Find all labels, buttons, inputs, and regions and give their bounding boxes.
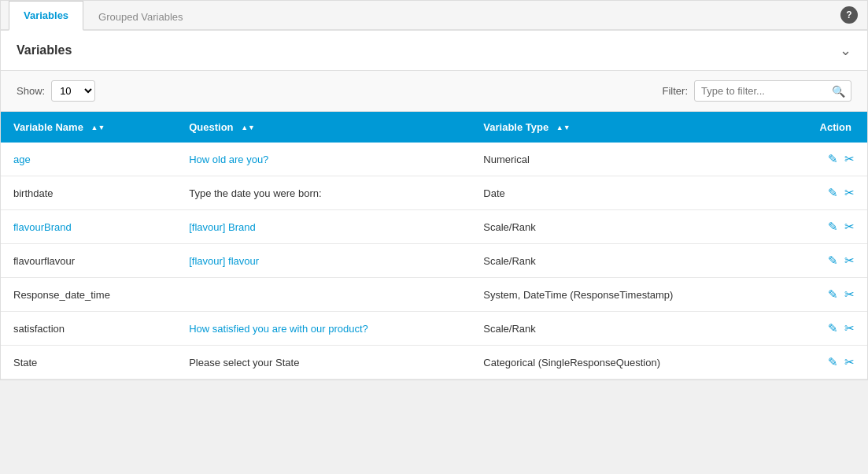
tab-grouped-variables-label: Grouped Variables bbox=[98, 11, 183, 23]
table-row: flavourBrand[flavour] BrandScale/Rank ✎ … bbox=[1, 210, 867, 244]
col-header-variable-name[interactable]: Variable Name ▲▼ bbox=[1, 112, 176, 143]
cell-variable-type: Numerical bbox=[471, 143, 780, 176]
cell-question: Type the date you were born: bbox=[176, 176, 471, 210]
section-collapse-icon[interactable]: ⌄ bbox=[840, 42, 851, 59]
edit-icon[interactable]: ✎ bbox=[828, 254, 838, 268]
delete-icon[interactable]: ✂ bbox=[844, 355, 855, 369]
cell-variable-name: satisfaction bbox=[1, 312, 176, 346]
col-header-variable-type[interactable]: Variable Type ▲▼ bbox=[471, 112, 780, 143]
sort-icon-variable-name: ▲▼ bbox=[91, 124, 105, 131]
variables-table-wrap: Variable Name ▲▼ Question ▲▼ Variable Ty… bbox=[1, 112, 867, 380]
cell-action: ✎ ✂ bbox=[781, 210, 867, 244]
cell-variable-type: System, DateTime (ResponseTimestamp) bbox=[471, 278, 780, 312]
edit-icon[interactable]: ✎ bbox=[828, 355, 838, 369]
filter-input[interactable] bbox=[694, 80, 851, 102]
table-row: birthdateType the date you were born:Dat… bbox=[1, 176, 867, 210]
cell-variable-name: State bbox=[1, 346, 176, 380]
tab-variables[interactable]: Variables bbox=[9, 1, 83, 31]
section-title: Variables bbox=[17, 43, 72, 57]
cell-action: ✎ ✂ bbox=[781, 346, 867, 380]
action-icons: ✎ ✂ bbox=[793, 186, 855, 200]
tabs-bar: Variables Grouped Variables ? bbox=[1, 1, 867, 31]
edit-icon[interactable]: ✎ bbox=[828, 152, 838, 166]
cell-action: ✎ ✂ bbox=[781, 244, 867, 278]
table-row: satisfactionHow satisfied you are with o… bbox=[1, 312, 867, 346]
col-header-action: Action bbox=[781, 112, 867, 143]
action-icons: ✎ ✂ bbox=[793, 287, 855, 302]
cell-variable-type: Categorical (SingleResponseQuestion) bbox=[471, 346, 780, 380]
table-row: Response_date_timeSystem, DateTime (Resp… bbox=[1, 278, 867, 312]
cell-question bbox=[176, 278, 471, 312]
action-icons: ✎ ✂ bbox=[793, 321, 855, 335]
delete-icon[interactable]: ✂ bbox=[844, 321, 855, 335]
cell-variable-name: Response_date_time bbox=[1, 278, 176, 312]
cell-question: How old are you? bbox=[176, 143, 471, 176]
search-icon: 🔍 bbox=[832, 85, 845, 98]
section-header: Variables ⌄ bbox=[1, 31, 867, 71]
cell-question: [flavour] flavour bbox=[176, 244, 471, 278]
show-select[interactable]: 10 25 50 100 bbox=[51, 80, 95, 102]
edit-icon[interactable]: ✎ bbox=[828, 287, 838, 302]
cell-question: Please select your State bbox=[176, 346, 471, 380]
edit-icon[interactable]: ✎ bbox=[828, 186, 838, 200]
action-icons: ✎ ✂ bbox=[793, 220, 855, 234]
cell-variable-type: Scale/Rank bbox=[471, 210, 780, 244]
delete-icon[interactable]: ✂ bbox=[844, 220, 855, 234]
controls-bar: Show: 10 25 50 100 Filter: 🔍 bbox=[1, 71, 867, 112]
cell-variable-type: Scale/Rank bbox=[471, 244, 780, 278]
cell-question: How satisfied you are with our product? bbox=[176, 312, 471, 346]
delete-icon[interactable]: ✂ bbox=[844, 152, 855, 166]
edit-icon[interactable]: ✎ bbox=[828, 220, 838, 234]
table-row: ageHow old are you?Numerical ✎ ✂ bbox=[1, 143, 867, 176]
delete-icon[interactable]: ✂ bbox=[844, 254, 855, 268]
cell-variable-name: flavourflavour bbox=[1, 244, 176, 278]
variables-table: Variable Name ▲▼ Question ▲▼ Variable Ty… bbox=[1, 112, 867, 380]
action-icons: ✎ ✂ bbox=[793, 254, 855, 268]
cell-variable-type: Scale/Rank bbox=[471, 312, 780, 346]
tab-variables-label: Variables bbox=[24, 9, 68, 21]
main-container: Variables Grouped Variables ? Variables … bbox=[0, 0, 868, 380]
cell-variable-name: flavourBrand bbox=[1, 210, 176, 244]
filter-input-wrap: 🔍 bbox=[694, 80, 851, 102]
cell-action: ✎ ✂ bbox=[781, 143, 867, 176]
action-icons: ✎ ✂ bbox=[793, 152, 855, 166]
edit-icon[interactable]: ✎ bbox=[828, 321, 838, 335]
cell-action: ✎ ✂ bbox=[781, 278, 867, 312]
help-icon[interactable]: ? bbox=[840, 6, 858, 24]
show-label: Show: bbox=[17, 85, 45, 97]
delete-icon[interactable]: ✂ bbox=[844, 287, 855, 302]
table-body: ageHow old are you?Numerical ✎ ✂ birthda… bbox=[1, 143, 867, 380]
cell-variable-type: Date bbox=[471, 176, 780, 210]
show-control: Show: 10 25 50 100 bbox=[17, 80, 95, 102]
col-header-question[interactable]: Question ▲▼ bbox=[176, 112, 471, 143]
cell-action: ✎ ✂ bbox=[781, 176, 867, 210]
cell-variable-name: age bbox=[1, 143, 176, 176]
filter-label: Filter: bbox=[663, 85, 689, 97]
cell-action: ✎ ✂ bbox=[781, 312, 867, 346]
action-icons: ✎ ✂ bbox=[793, 355, 855, 369]
table-row: StatePlease select your StateCategorical… bbox=[1, 346, 867, 380]
table-row: flavourflavour[flavour] flavourScale/Ran… bbox=[1, 244, 867, 278]
sort-icon-question: ▲▼ bbox=[241, 124, 255, 131]
tab-grouped-variables[interactable]: Grouped Variables bbox=[83, 2, 198, 31]
table-header-row: Variable Name ▲▼ Question ▲▼ Variable Ty… bbox=[1, 112, 867, 143]
sort-icon-variable-type: ▲▼ bbox=[556, 124, 571, 131]
filter-control: Filter: 🔍 bbox=[663, 80, 852, 102]
delete-icon[interactable]: ✂ bbox=[844, 186, 855, 200]
cell-question: [flavour] Brand bbox=[176, 210, 471, 244]
cell-variable-name: birthdate bbox=[1, 176, 176, 210]
